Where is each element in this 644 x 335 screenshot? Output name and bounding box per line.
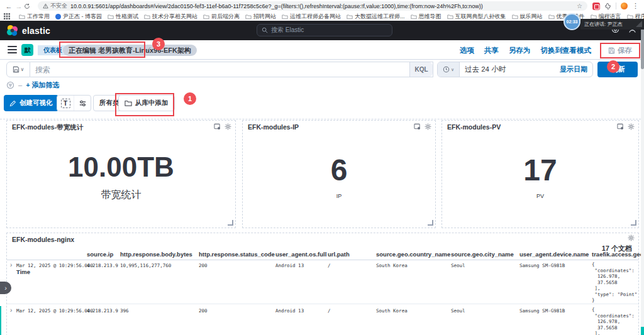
security-chip[interactable]: 不安全	[43, 2, 67, 10]
extension-icon-orange[interactable]	[621, 3, 628, 9]
url-text: 10.0.0.91:5601/app/dashboards#/view/2dac…	[70, 3, 574, 9]
bookmark-item[interactable]: 大数据运维工程师...	[347, 13, 405, 21]
save-icon	[608, 47, 615, 54]
cell-os: Android 13	[275, 263, 304, 268]
share-link[interactable]: 共享	[484, 46, 499, 55]
bookmark-item[interactable]: 互联网典型八卦收集	[447, 13, 506, 21]
address-bar[interactable]: 不安全 10.0.0.91:5601/app/dashboards#/view/…	[38, 1, 587, 11]
divider	[7, 304, 638, 304]
kql-search-field: KQL	[30, 62, 433, 77]
cell-ip: 4.218.213.9	[87, 263, 118, 268]
resize-handle[interactable]	[228, 220, 233, 226]
cell-path: /	[328, 308, 331, 314]
metric-value: 10.00TB	[68, 153, 174, 181]
sort-down-icon: ↓	[16, 268, 19, 275]
folder-icon	[108, 14, 114, 19]
add-text-button[interactable]: T	[57, 96, 74, 111]
space-avatar[interactable]: 默	[21, 44, 33, 56]
folder-icon	[347, 14, 353, 19]
filter-icon[interactable]	[6, 81, 14, 89]
metric-value: 6	[331, 155, 348, 185]
cell-device: Samsung SM-G981B	[519, 308, 565, 314]
panel-nginx-table[interactable]: EFK-modules-nginx 17 个文档 Time ↓ source.i…	[6, 233, 639, 335]
add-from-library-button[interactable]: 从库中添加	[118, 95, 175, 111]
bookmark-item[interactable]: 运维工程师必备网站	[282, 13, 341, 21]
expand-row-icon[interactable]: ›	[10, 307, 12, 314]
gear-icon[interactable]	[628, 123, 635, 130]
bookmark-star-icon[interactable]: ☆	[577, 3, 582, 9]
panel-badge-icon[interactable]	[617, 123, 624, 130]
extensions-puzzle-icon[interactable]	[604, 3, 611, 9]
panel-badge-icon[interactable]	[414, 123, 421, 130]
column-header[interactable]: user_agent.device.name	[519, 251, 589, 258]
gear-icon[interactable]	[628, 234, 635, 241]
column-header[interactable]: traefik.access.geoip.	[592, 251, 644, 258]
save-as-link[interactable]: 另存为	[509, 46, 531, 55]
column-header[interactable]: source.geo.country_name	[376, 251, 450, 258]
bookmark-item[interactable]: 工作常用	[19, 13, 50, 21]
bookmark-item[interactable]: 尹正杰 - 博客园	[55, 13, 102, 21]
bookmark-item[interactable]: 前后端分离	[203, 13, 240, 21]
bookmark-item[interactable]: 招聘网站	[245, 13, 276, 21]
time-range-label[interactable]: 过去 24 小时	[460, 65, 560, 74]
save-button[interactable]: 保存	[600, 43, 640, 58]
bookmark-item[interactable]: 性格测试	[108, 13, 138, 21]
column-header[interactable]: url.path	[328, 251, 350, 258]
overlay-corner-icon	[636, 21, 642, 27]
menu-icon[interactable]	[8, 46, 17, 53]
time-quick-menu[interactable]: ∨	[438, 62, 460, 77]
gear-icon[interactable]	[425, 123, 431, 130]
saved-query-button[interactable]: ∨	[6, 62, 30, 77]
reload-icon[interactable]	[24, 3, 34, 9]
search-input[interactable]	[30, 65, 409, 74]
options-link[interactable]: 选项	[460, 46, 474, 55]
metric-body: 6 IP	[243, 140, 435, 215]
column-header[interactable]: http.response.body.bytes	[120, 251, 192, 258]
expand-row-icon[interactable]: ›	[10, 262, 12, 268]
back-icon[interactable]: ←	[4, 3, 14, 10]
cell-city: Seoul	[451, 263, 465, 268]
column-header[interactable]: user_agent.os.full	[275, 251, 326, 258]
switch-view-mode-link[interactable]: 切换到查看模式	[541, 46, 592, 55]
panel-title: EFK-modules-IP	[248, 123, 299, 131]
resize-handle[interactable]	[631, 220, 636, 226]
create-visualization-button[interactable]: 创建可视化	[4, 95, 58, 111]
column-header[interactable]: http.response.status_code	[199, 251, 275, 258]
metric-value: 17	[523, 155, 557, 185]
resize-handle[interactable]	[428, 220, 433, 226]
column-header[interactable]: source.ip	[87, 251, 113, 258]
browser-menu-icon[interactable]: ⋮	[632, 2, 639, 10]
folder-icon	[144, 14, 150, 19]
metric-body: 10.00TB 带宽统计	[7, 140, 235, 215]
extension-icon-red[interactable]	[592, 3, 600, 10]
gear-icon[interactable]	[225, 123, 231, 130]
add-control-button[interactable]	[74, 96, 91, 111]
kql-button[interactable]: KQL	[409, 62, 433, 77]
panel-pv[interactable]: EFK-modules-PV 17 PV	[441, 120, 639, 228]
cell-city: Seoul	[451, 308, 465, 314]
page-scrollbar[interactable]	[641, 21, 644, 335]
bookmark-item[interactable]: 思维导图	[411, 13, 441, 21]
panel-ip[interactable]: EFK-modules-IP 6 IP	[242, 120, 436, 228]
meeting-timer[interactable]: 02:33	[564, 13, 580, 30]
bookmark-item[interactable]: 娱乐网站	[512, 13, 543, 21]
elastic-logo[interactable]: elastic	[6, 25, 50, 36]
apps-grid-icon[interactable]	[4, 13, 10, 19]
forward-icon[interactable]: →	[14, 3, 24, 10]
scrollbar-thumb[interactable]	[641, 24, 644, 69]
panel-badge-icon[interactable]	[214, 123, 221, 130]
column-header[interactable]: source.geo.city_name	[451, 251, 514, 258]
divider	[7, 260, 638, 260]
cell-geoip: { "coordinates": 126.978, 37.5658 ], "ty…	[592, 307, 637, 335]
speaking-indicator: 正在讲话: 尹正杰	[580, 19, 644, 30]
breadcrumb-editing-title[interactable]: 正在编辑 老男孩教育-Linux96-EFK架构	[63, 45, 197, 56]
panel-bandwidth[interactable]: EFK-modules-带宽统计 10.00TB 带宽统计	[6, 120, 236, 228]
controls-icon	[79, 99, 87, 107]
panel-tools-group: T	[57, 95, 91, 111]
add-filter-link[interactable]: + 添加筛选	[26, 80, 59, 90]
global-search-input[interactable]: 搜索 Elastic	[257, 24, 392, 36]
bookmark-item[interactable]: 技术分享相关网站	[144, 13, 197, 21]
cell-status: 200	[199, 263, 208, 268]
show-dates-link[interactable]: 显示日期	[560, 65, 592, 74]
check-icon: ✓	[146, 45, 152, 53]
